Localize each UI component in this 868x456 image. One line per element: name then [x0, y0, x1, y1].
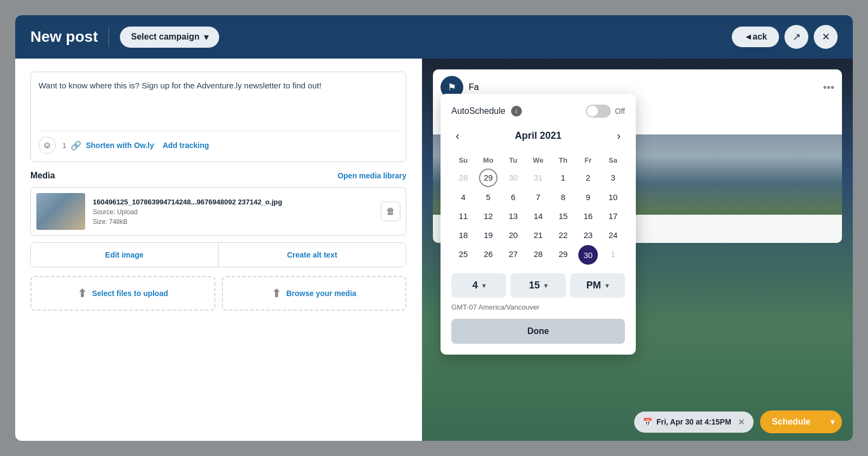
cal-day-18[interactable]: 18: [451, 226, 475, 244]
toggle-off-label: Off: [615, 107, 625, 115]
cal-day-mar30[interactable]: 30: [501, 169, 525, 187]
time-row: 4 ▾ 15 ▾ PM ▾: [451, 273, 625, 298]
cal-day-apr29[interactable]: 29: [479, 169, 497, 187]
modal-body: Want to know where this is? Sign up for …: [15, 59, 853, 441]
calendar-next-button[interactable]: ›: [612, 127, 625, 144]
cal-day-20[interactable]: 20: [501, 226, 525, 244]
text-toolbar: ☺ 1 🔗 Shorten with Ow.ly Add tracking: [39, 131, 398, 154]
period-select[interactable]: PM ▾: [570, 273, 625, 298]
cal-day-14[interactable]: 14: [526, 207, 550, 225]
arrow-diagonal-icon: ↗: [793, 31, 801, 43]
cal-day-16[interactable]: 16: [576, 207, 600, 225]
cal-day-mar31[interactable]: 31: [526, 169, 550, 187]
text-area-wrapper: Want to know where this is? Sign up for …: [30, 72, 406, 162]
calendar-nav: ‹ April 2021 ›: [451, 127, 625, 144]
calendar-week-4: 18 19 20 21 22 23 24: [451, 226, 625, 244]
arrow-diagonal-button[interactable]: ↗: [784, 25, 808, 49]
cal-day-2[interactable]: 2: [576, 169, 600, 187]
select-files-button[interactable]: ⬆ Select files to upload: [30, 276, 215, 311]
new-post-modal: New post Select campaign ▾ ◄ack ↗ ✕ Want…: [15, 15, 853, 441]
cal-day-29[interactable]: 29: [551, 245, 575, 265]
cal-day-may1[interactable]: 1: [601, 245, 625, 265]
add-tracking-link[interactable]: Add tracking: [163, 141, 209, 150]
cal-day-17[interactable]: 17: [601, 207, 625, 225]
back-button[interactable]: ◄ack: [732, 27, 779, 47]
cal-day-21[interactable]: 21: [526, 226, 550, 244]
close-button[interactable]: ✕: [814, 25, 838, 49]
cal-day-13[interactable]: 13: [501, 207, 525, 225]
schedule-button[interactable]: Schedule ▾: [760, 410, 842, 433]
media-actions: Edit image Create alt text: [30, 242, 406, 267]
cal-day-28[interactable]: 28: [526, 245, 550, 265]
calendar-week-2: 4 5 6 7 8 9 10: [451, 188, 625, 206]
cal-day-10[interactable]: 10: [601, 188, 625, 206]
toggle-knob: [587, 106, 598, 117]
cal-day-11[interactable]: 11: [451, 207, 475, 225]
delete-media-button[interactable]: 🗑: [381, 202, 400, 221]
cal-day-6[interactable]: 6: [501, 188, 525, 206]
media-source: Source: Upload: [93, 208, 373, 216]
emoji-button[interactable]: ☺: [39, 137, 56, 154]
header-right-buttons: ◄ack ↗ ✕: [732, 25, 838, 49]
select-campaign-button[interactable]: Select campaign ▾: [120, 27, 219, 48]
modal-title: New post: [30, 28, 98, 46]
cal-day-9[interactable]: 9: [576, 188, 600, 206]
post-text-input[interactable]: Want to know where this is? Sign up for …: [39, 80, 398, 123]
cal-day-27[interactable]: 27: [501, 245, 525, 265]
cal-day-15[interactable]: 15: [551, 207, 575, 225]
cal-day-22[interactable]: 22: [551, 226, 575, 244]
open-media-library-link[interactable]: Open media library: [337, 171, 406, 180]
preview-page-name: Fa: [469, 82, 479, 92]
autoschedule-toggle[interactable]: [586, 105, 611, 118]
edit-image-button[interactable]: Edit image: [31, 243, 219, 267]
preview-card-menu-dots[interactable]: •••: [823, 81, 834, 94]
close-icon: ✕: [822, 31, 830, 43]
media-thumbnail-image: [36, 193, 85, 230]
cal-day-3[interactable]: 3: [601, 169, 625, 187]
calendar-days-of-week: Su Mo Tu We Th Fr Sa: [451, 153, 625, 168]
char-count: 1: [62, 142, 66, 150]
minute-select[interactable]: 15 ▾: [510, 273, 565, 298]
done-button[interactable]: Done: [451, 319, 625, 344]
browse-media-button[interactable]: ⬆ Browse your media: [222, 276, 407, 311]
cal-day-30-selected[interactable]: 30: [578, 245, 598, 265]
dow-th: Th: [551, 153, 575, 168]
create-alt-text-button[interactable]: Create alt text: [219, 243, 406, 267]
cal-day-5[interactable]: 5: [476, 188, 500, 206]
bottom-bar: 📅 Fri, Apr 30 at 4:15PM ✕ Schedule ▾: [422, 403, 853, 441]
media-section-header: Media Open media library: [30, 171, 406, 181]
toggle-wrapper: Off: [586, 105, 625, 118]
calendar-week-1: 28 29 30 31 1 2 3: [451, 169, 625, 187]
cal-day-26[interactable]: 26: [476, 245, 500, 265]
cal-day-7[interactable]: 7: [526, 188, 550, 206]
hour-select[interactable]: 4 ▾: [451, 273, 506, 298]
timezone-label: GMT-07 America/Vancouver: [451, 303, 625, 311]
cal-day-12[interactable]: 12: [476, 207, 500, 225]
right-panel: ⚑ Fa ••• Want t newsle nture.ly Act: [422, 59, 853, 441]
modal-header: New post Select campaign ▾ ◄ack ↗ ✕: [15, 15, 853, 59]
browse-icon: ⬆: [272, 287, 281, 300]
cal-day-8[interactable]: 8: [551, 188, 575, 206]
cal-day-1[interactable]: 1: [551, 169, 575, 187]
cal-day-24[interactable]: 24: [601, 226, 625, 244]
clear-scheduled-date-button[interactable]: ✕: [738, 417, 745, 427]
emoji-icon: ☺: [43, 140, 52, 150]
info-icon[interactable]: i: [511, 106, 522, 117]
link-icon: 🔗: [71, 140, 81, 151]
select-files-label: Select files to upload: [92, 289, 168, 298]
media-size: Size: 748kB: [93, 218, 373, 226]
cal-day-25[interactable]: 25: [451, 245, 475, 265]
cal-day-23[interactable]: 23: [576, 226, 600, 244]
autoschedule-row: AutoSchedule i Off: [451, 105, 625, 118]
cal-day-4[interactable]: 4: [451, 188, 475, 206]
upload-area: ⬆ Select files to upload ⬆ Browse your m…: [30, 276, 406, 311]
minute-chevron-icon: ▾: [544, 282, 547, 290]
minute-value: 15: [529, 280, 540, 291]
cal-day-mar28[interactable]: 28: [451, 169, 475, 187]
media-filename: 160496125_107863994714248...9676948092 2…: [93, 198, 373, 206]
shorten-link[interactable]: Shorten with Ow.ly: [86, 141, 154, 150]
calendar-prev-button[interactable]: ‹: [451, 127, 464, 144]
cal-day-19[interactable]: 19: [476, 226, 500, 244]
dow-sa: Sa: [601, 153, 625, 168]
autoschedule-label: AutoSchedule: [451, 106, 506, 116]
